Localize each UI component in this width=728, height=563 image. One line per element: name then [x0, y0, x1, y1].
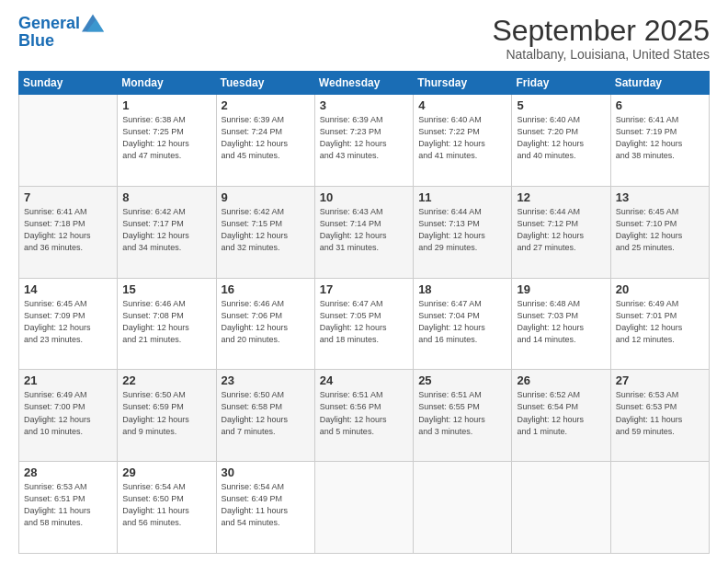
table-row: 18Sunrise: 6:47 AM Sunset: 7:04 PM Dayli…	[414, 278, 512, 370]
table-row: 7Sunrise: 6:41 AM Sunset: 7:18 PM Daylig…	[19, 186, 118, 278]
day-number: 17	[320, 282, 408, 296]
day-info: Sunrise: 6:49 AM Sunset: 7:01 PM Dayligh…	[616, 298, 704, 346]
table-row	[19, 95, 118, 187]
day-info: Sunrise: 6:48 AM Sunset: 7:03 PM Dayligh…	[517, 298, 605, 346]
calendar-week-row: 7Sunrise: 6:41 AM Sunset: 7:18 PM Daylig…	[19, 186, 710, 278]
table-row: 5Sunrise: 6:40 AM Sunset: 7:20 PM Daylig…	[512, 95, 610, 187]
day-info: Sunrise: 6:44 AM Sunset: 7:13 PM Dayligh…	[418, 206, 506, 254]
table-row: 30Sunrise: 6:54 AM Sunset: 6:49 PM Dayli…	[216, 462, 314, 554]
header-saturday: Saturday	[610, 72, 709, 95]
table-row: 28Sunrise: 6:53 AM Sunset: 6:51 PM Dayli…	[19, 462, 118, 554]
day-number: 16	[222, 282, 310, 296]
day-number: 23	[222, 373, 310, 387]
day-number: 2	[222, 98, 310, 112]
logo-icon	[82, 14, 104, 32]
day-number: 30	[222, 465, 310, 479]
day-info: Sunrise: 6:40 AM Sunset: 7:22 PM Dayligh…	[418, 114, 506, 162]
day-number: 28	[24, 465, 112, 479]
day-info: Sunrise: 6:53 AM Sunset: 6:53 PM Dayligh…	[616, 389, 704, 437]
day-number: 11	[418, 190, 506, 204]
page: General Blue September 2025 Natalbany, L…	[0, 0, 728, 563]
day-info: Sunrise: 6:45 AM Sunset: 7:09 PM Dayligh…	[24, 298, 112, 346]
table-row: 20Sunrise: 6:49 AM Sunset: 7:01 PM Dayli…	[610, 278, 709, 370]
logo-text: General	[18, 15, 80, 33]
logo-blue: Blue	[18, 31, 104, 51]
day-number: 24	[320, 373, 408, 387]
table-row: 24Sunrise: 6:51 AM Sunset: 6:56 PM Dayli…	[314, 370, 413, 462]
day-number: 18	[418, 282, 506, 296]
header: General Blue September 2025 Natalbany, L…	[18, 15, 710, 62]
day-number: 10	[320, 190, 408, 204]
table-row: 2Sunrise: 6:39 AM Sunset: 7:24 PM Daylig…	[216, 95, 314, 187]
table-row: 26Sunrise: 6:52 AM Sunset: 6:54 PM Dayli…	[512, 370, 610, 462]
day-number: 5	[517, 98, 605, 112]
header-monday: Monday	[118, 72, 216, 95]
day-number: 1	[122, 98, 210, 112]
day-number: 27	[616, 373, 704, 387]
logo: General Blue	[18, 15, 104, 51]
day-number: 3	[320, 98, 408, 112]
calendar-table: Sunday Monday Tuesday Wednesday Thursday…	[18, 71, 710, 554]
day-info: Sunrise: 6:52 AM Sunset: 6:54 PM Dayligh…	[517, 389, 605, 437]
day-number: 7	[24, 190, 112, 204]
day-info: Sunrise: 6:39 AM Sunset: 7:23 PM Dayligh…	[320, 114, 408, 162]
day-info: Sunrise: 6:54 AM Sunset: 6:50 PM Dayligh…	[122, 481, 210, 529]
day-info: Sunrise: 6:53 AM Sunset: 6:51 PM Dayligh…	[24, 481, 112, 529]
day-info: Sunrise: 6:51 AM Sunset: 6:55 PM Dayligh…	[418, 389, 506, 437]
day-info: Sunrise: 6:38 AM Sunset: 7:25 PM Dayligh…	[122, 114, 210, 162]
calendar-header-row: Sunday Monday Tuesday Wednesday Thursday…	[19, 72, 710, 95]
day-number: 20	[616, 282, 704, 296]
header-tuesday: Tuesday	[216, 72, 314, 95]
table-row: 13Sunrise: 6:45 AM Sunset: 7:10 PM Dayli…	[610, 186, 709, 278]
day-number: 19	[517, 282, 605, 296]
day-number: 13	[616, 190, 704, 204]
table-row: 16Sunrise: 6:46 AM Sunset: 7:06 PM Dayli…	[216, 278, 314, 370]
day-info: Sunrise: 6:51 AM Sunset: 6:56 PM Dayligh…	[320, 389, 408, 437]
table-row: 4Sunrise: 6:40 AM Sunset: 7:22 PM Daylig…	[414, 95, 512, 187]
day-info: Sunrise: 6:41 AM Sunset: 7:18 PM Dayligh…	[24, 206, 112, 254]
table-row: 14Sunrise: 6:45 AM Sunset: 7:09 PM Dayli…	[19, 278, 118, 370]
calendar-week-row: 1Sunrise: 6:38 AM Sunset: 7:25 PM Daylig…	[19, 95, 710, 187]
main-title: September 2025	[492, 15, 710, 47]
header-thursday: Thursday	[414, 72, 512, 95]
day-info: Sunrise: 6:50 AM Sunset: 6:58 PM Dayligh…	[222, 389, 310, 437]
day-number: 9	[222, 190, 310, 204]
table-row	[314, 462, 413, 554]
day-number: 21	[24, 373, 112, 387]
subtitle: Natalbany, Louisiana, United States	[492, 47, 710, 62]
table-row: 19Sunrise: 6:48 AM Sunset: 7:03 PM Dayli…	[512, 278, 610, 370]
table-row: 1Sunrise: 6:38 AM Sunset: 7:25 PM Daylig…	[118, 95, 216, 187]
title-block: September 2025 Natalbany, Louisiana, Uni…	[492, 15, 710, 62]
day-info: Sunrise: 6:42 AM Sunset: 7:15 PM Dayligh…	[222, 206, 310, 254]
day-info: Sunrise: 6:40 AM Sunset: 7:20 PM Dayligh…	[517, 114, 605, 162]
table-row: 12Sunrise: 6:44 AM Sunset: 7:12 PM Dayli…	[512, 186, 610, 278]
table-row: 25Sunrise: 6:51 AM Sunset: 6:55 PM Dayli…	[414, 370, 512, 462]
table-row: 9Sunrise: 6:42 AM Sunset: 7:15 PM Daylig…	[216, 186, 314, 278]
table-row: 29Sunrise: 6:54 AM Sunset: 6:50 PM Dayli…	[118, 462, 216, 554]
day-info: Sunrise: 6:39 AM Sunset: 7:24 PM Dayligh…	[222, 114, 310, 162]
table-row: 22Sunrise: 6:50 AM Sunset: 6:59 PM Dayli…	[118, 370, 216, 462]
day-info: Sunrise: 6:44 AM Sunset: 7:12 PM Dayligh…	[517, 206, 605, 254]
calendar-week-row: 21Sunrise: 6:49 AM Sunset: 7:00 PM Dayli…	[19, 370, 710, 462]
day-info: Sunrise: 6:47 AM Sunset: 7:04 PM Dayligh…	[418, 298, 506, 346]
day-info: Sunrise: 6:47 AM Sunset: 7:05 PM Dayligh…	[320, 298, 408, 346]
day-info: Sunrise: 6:46 AM Sunset: 7:06 PM Dayligh…	[222, 298, 310, 346]
table-row: 17Sunrise: 6:47 AM Sunset: 7:05 PM Dayli…	[314, 278, 413, 370]
day-info: Sunrise: 6:46 AM Sunset: 7:08 PM Dayligh…	[122, 298, 210, 346]
day-number: 8	[122, 190, 210, 204]
day-number: 4	[418, 98, 506, 112]
day-number: 15	[122, 282, 210, 296]
day-info: Sunrise: 6:54 AM Sunset: 6:49 PM Dayligh…	[222, 481, 310, 529]
day-number: 12	[517, 190, 605, 204]
table-row: 6Sunrise: 6:41 AM Sunset: 7:19 PM Daylig…	[610, 95, 709, 187]
table-row: 3Sunrise: 6:39 AM Sunset: 7:23 PM Daylig…	[314, 95, 413, 187]
table-row: 11Sunrise: 6:44 AM Sunset: 7:13 PM Dayli…	[414, 186, 512, 278]
day-number: 6	[616, 98, 704, 112]
header-wednesday: Wednesday	[314, 72, 413, 95]
day-number: 26	[517, 373, 605, 387]
day-info: Sunrise: 6:43 AM Sunset: 7:14 PM Dayligh…	[320, 206, 408, 254]
day-number: 14	[24, 282, 112, 296]
day-info: Sunrise: 6:45 AM Sunset: 7:10 PM Dayligh…	[616, 206, 704, 254]
day-number: 29	[122, 465, 210, 479]
day-info: Sunrise: 6:50 AM Sunset: 6:59 PM Dayligh…	[122, 389, 210, 437]
